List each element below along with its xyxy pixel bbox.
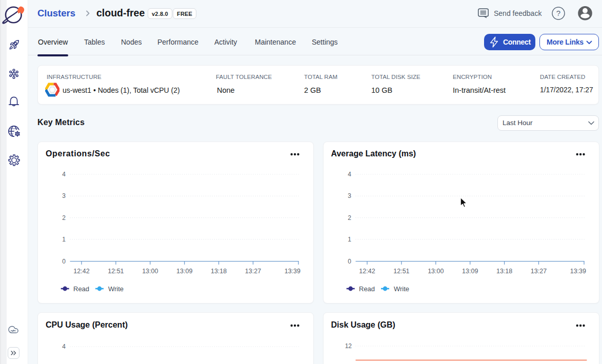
svg-text:2: 2 [62, 214, 66, 221]
svg-text:12:42: 12:42 [359, 268, 375, 275]
svg-text:1: 1 [62, 236, 66, 243]
svg-text:12: 12 [345, 342, 352, 350]
svg-text:13:27: 13:27 [245, 268, 261, 275]
svg-text:0: 0 [62, 258, 66, 265]
svg-text:2: 2 [348, 214, 351, 221]
svg-text:3: 3 [348, 192, 351, 199]
svg-text:12:51: 12:51 [108, 268, 124, 275]
svg-text:13:18: 13:18 [496, 268, 512, 275]
svg-text:13:39: 13:39 [285, 268, 300, 275]
svg-text:13:39: 13:39 [570, 268, 586, 275]
svg-text:1: 1 [348, 236, 351, 243]
svg-text:13:00: 13:00 [428, 268, 444, 275]
svg-text:0: 0 [348, 258, 351, 265]
svg-text:Read: Read [73, 285, 89, 293]
svg-text:13:27: 13:27 [530, 268, 546, 275]
svg-text:3: 3 [62, 192, 66, 199]
svg-text:4: 4 [62, 171, 66, 178]
svg-text:13:09: 13:09 [176, 268, 192, 275]
svg-text:?: ? [556, 9, 560, 17]
svg-text:13:00: 13:00 [142, 268, 158, 275]
svg-text:12:42: 12:42 [73, 268, 89, 275]
svg-text:4: 4 [62, 343, 66, 350]
svg-text:4: 4 [348, 171, 351, 178]
svg-text:Read: Read [359, 285, 375, 293]
svg-text:12:51: 12:51 [393, 268, 409, 275]
svg-text:13:09: 13:09 [462, 268, 478, 275]
svg-text:Write: Write [394, 285, 409, 293]
svg-text:13:18: 13:18 [211, 268, 227, 275]
svg-text:Write: Write [108, 285, 124, 293]
